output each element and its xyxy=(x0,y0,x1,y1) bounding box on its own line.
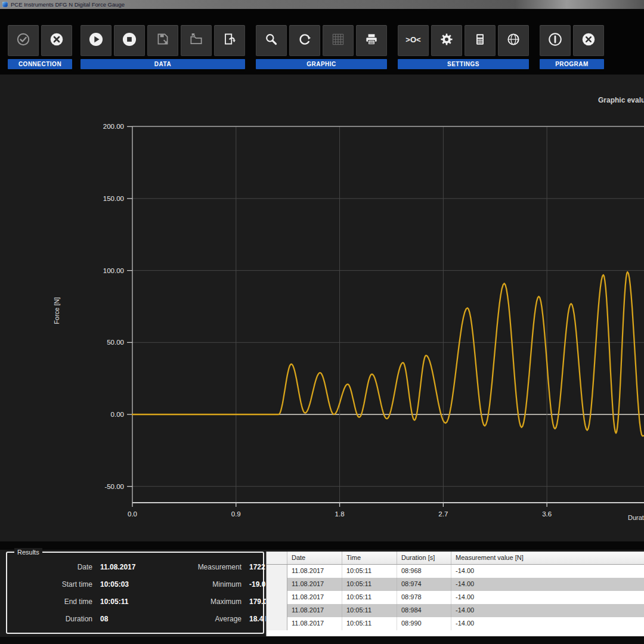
load-data-button[interactable] xyxy=(181,25,212,56)
toolbar-group-label: GRAPHIC xyxy=(256,59,387,69)
table-row-cell: -14.00 xyxy=(451,591,644,604)
info-circle-icon xyxy=(547,32,563,49)
table-row-cell: 10:05:11 xyxy=(342,565,397,578)
toolbar-group-settings: >O<SETTINGS xyxy=(398,25,529,69)
svg-text:3.6: 3.6 xyxy=(542,510,552,518)
table-row-cell: -14.00 xyxy=(451,565,644,578)
svg-text:200.00: 200.00 xyxy=(103,123,124,130)
result-value: 10:05:03 xyxy=(100,580,129,589)
printer-icon xyxy=(364,32,379,49)
table-row-cell: -14.00 xyxy=(451,604,644,617)
start-measurement-button[interactable] xyxy=(80,25,112,56)
svg-text:50.00: 50.00 xyxy=(107,339,124,346)
toolbar-group-data: DATA xyxy=(80,25,245,69)
result-label: End time xyxy=(12,597,92,606)
row-selector-cell[interactable] xyxy=(267,552,287,564)
toolbar-group-connection: CONNECTION xyxy=(8,25,72,69)
connect-check-icon xyxy=(16,32,31,49)
info-button[interactable] xyxy=(540,25,571,56)
svg-text:100.00: 100.00 xyxy=(103,267,124,274)
svg-text:>O<: >O< xyxy=(405,35,421,44)
toolbar: CONNECTIONDATAGRAPHIC>O<SETTINGSPROGRAM xyxy=(0,9,644,75)
reset-zoom-button[interactable]: >O< xyxy=(398,25,429,56)
exit-circle-icon xyxy=(581,32,596,49)
start-circle-icon xyxy=(88,31,104,50)
language-button[interactable] xyxy=(498,25,529,56)
table-row-cell: 11.08.2017 xyxy=(287,617,342,630)
connect-button[interactable] xyxy=(8,25,39,56)
row-selector-cell[interactable] xyxy=(267,578,287,591)
table-header-cell: Duration [s] xyxy=(397,552,451,564)
magnifier-icon xyxy=(264,32,279,49)
result-label: Measurement xyxy=(149,563,242,571)
result-label: Maximum xyxy=(149,597,242,606)
toolbar-group-label: PROGRAM xyxy=(540,59,604,69)
zoom-button[interactable] xyxy=(256,25,287,56)
result-value: 08 xyxy=(100,615,108,623)
window-title: PCE Instruments DFG N Digital Force Gaug… xyxy=(11,0,125,9)
force-chart-plot[interactable]: 200.00150.00100.0050.000.00-50.000.00.91… xyxy=(0,75,644,541)
table-row[interactable]: 11.08.201710:05:1108:990-14.00 xyxy=(267,617,644,630)
app-window: { "window": { "title": "PCE Instruments … xyxy=(0,0,644,644)
result-value: 1722 xyxy=(249,563,265,571)
table-row-cell: 10:05:11 xyxy=(342,578,397,591)
table-header-cell: Time xyxy=(342,552,397,564)
save-data-button[interactable] xyxy=(147,25,178,56)
save-icon xyxy=(155,32,171,49)
settings-button[interactable] xyxy=(431,25,462,56)
svg-text:0.00: 0.00 xyxy=(111,411,124,418)
result-value: 10:05:11 xyxy=(100,597,128,606)
print-button[interactable] xyxy=(356,25,387,56)
table-row-cell: -14.00 xyxy=(451,578,644,591)
exit-button[interactable] xyxy=(573,25,604,56)
table-row[interactable]: 11.08.201710:05:1108:974-14.00 xyxy=(267,578,644,591)
svg-text:-50.00: -50.00 xyxy=(104,483,124,490)
grid-icon xyxy=(330,32,346,49)
calculator-icon xyxy=(472,32,488,49)
chart-title: Graphic evaluation xyxy=(598,96,644,104)
result-label: Average xyxy=(149,615,242,623)
calculator-button[interactable] xyxy=(465,25,496,56)
results-legend: Results xyxy=(14,548,42,556)
table-row-cell: 08:978 xyxy=(397,591,451,604)
svg-text:1.8: 1.8 xyxy=(335,510,345,518)
disconnect-button[interactable] xyxy=(41,25,72,56)
table-row-cell: 08:984 xyxy=(397,604,451,617)
bottom-panel: Results Date11.08.2017Start time10:05:03… xyxy=(0,550,644,637)
refresh-icon xyxy=(297,32,312,49)
toolbar-group-label: SETTINGS xyxy=(398,59,529,69)
table-header-cell: Measurement value [N] xyxy=(451,552,644,564)
table-row-cell: -14.00 xyxy=(451,617,644,630)
grid-button[interactable] xyxy=(323,25,354,56)
row-selector-cell[interactable] xyxy=(267,617,287,630)
table-row-cell: 11.08.2017 xyxy=(287,604,342,617)
table-row[interactable]: 11.08.201710:05:1108:968-14.00 xyxy=(267,565,644,578)
table-row[interactable]: 11.08.201710:05:1108:978-14.00 xyxy=(267,591,644,604)
table-row-cell: 11.08.2017 xyxy=(287,565,342,578)
measurement-table[interactable]: DateTimeDuration [s]Measurement value [N… xyxy=(266,552,644,636)
table-header-cell: Date xyxy=(287,552,342,564)
stop-measurement-button[interactable] xyxy=(114,25,145,56)
app-icon xyxy=(2,2,8,7)
table-row-cell: 10:05:11 xyxy=(342,617,397,630)
table-row-cell: 11.08.2017 xyxy=(287,591,342,604)
title-bar[interactable]: PCE Instruments DFG N Digital Force Gaug… xyxy=(0,0,644,10)
chart-area: 200.00150.00100.0050.000.00-50.000.00.91… xyxy=(0,75,644,541)
row-selector-cell[interactable] xyxy=(267,591,287,604)
table-row[interactable]: 11.08.201710:05:1108:984-14.00 xyxy=(267,604,644,617)
refresh-button[interactable] xyxy=(289,25,320,56)
export-icon xyxy=(222,32,237,49)
load-icon xyxy=(188,32,204,49)
result-label: Minimum xyxy=(149,580,242,589)
row-selector-cell[interactable] xyxy=(267,565,287,578)
export-data-button[interactable] xyxy=(214,25,245,56)
toolbar-group-label: DATA xyxy=(80,59,245,69)
result-value: 11.08.2017 xyxy=(100,563,135,571)
window-bottom-edge xyxy=(0,637,644,644)
x-axis-label: Duration [s] xyxy=(628,514,644,521)
disconnect-x-icon xyxy=(49,32,64,49)
table-row-cell: 08:968 xyxy=(397,565,451,578)
toolbar-group-label: CONNECTION xyxy=(8,59,72,69)
table-row-cell: 08:974 xyxy=(397,578,451,591)
row-selector-cell[interactable] xyxy=(267,604,287,617)
